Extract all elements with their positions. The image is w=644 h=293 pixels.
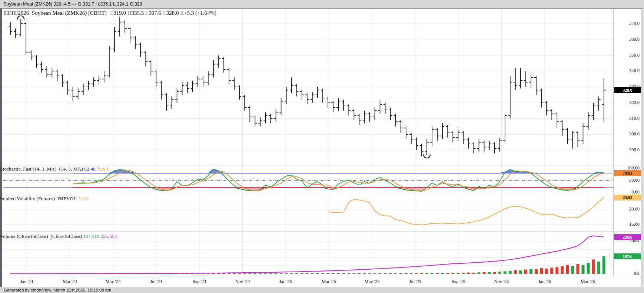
- stochastic-d-value: 79.93: [97, 166, 108, 172]
- price-axis-label: 350.0: [629, 53, 640, 58]
- open-value: 319.0: [113, 10, 126, 16]
- close-key: C: [163, 10, 166, 16]
- x-axis-label: Nov '24: [235, 279, 250, 284]
- delta-icon: Δ: [180, 10, 184, 16]
- volume-axis-label: 0K: [634, 271, 640, 276]
- high-value: 335.5: [132, 10, 144, 16]
- x-axis-label: Jul '25: [409, 279, 421, 284]
- x-axis-label: May '25: [365, 279, 380, 284]
- x-axis-label: Jul '24: [150, 279, 162, 284]
- app-window: Soybean Meal (ZMK26) 328 -4.5 — O:331.7 …: [0, 0, 644, 293]
- volume-bar-value: 107,310: [83, 233, 99, 239]
- price-axis-label: 320.0: [629, 100, 640, 105]
- low-value: 307.6: [149, 10, 161, 16]
- iv-value: 23.93: [77, 196, 89, 201]
- window-right-edge[interactable]: [641, 9, 644, 287]
- x-axis-label: Jan '25: [279, 279, 292, 284]
- iv-axis-label: 15.00: [629, 222, 640, 227]
- price-axis-label: 370.0: [629, 21, 640, 26]
- price-axis-label: 310.0: [629, 116, 640, 121]
- iv-study-name: Implied Volatility (Futures): [0, 196, 55, 201]
- generated-by-text: Generated by cmdtyView, March 21st 2026,…: [4, 288, 111, 292]
- volume-params: (CloseToClose): [48, 233, 83, 239]
- iv-pane-label[interactable]: Implied Volatility (Futures) IMPVOL 23.9…: [0, 196, 89, 202]
- bar-date: 03/16/2026: [4, 10, 29, 16]
- volume-line-value: 225,654: [101, 233, 117, 239]
- x-axis-label: Mar '24: [63, 279, 77, 284]
- x-axis-label: Jan '24: [20, 279, 33, 284]
- price-axis-label: 290.0: [629, 147, 640, 153]
- stochastic-study-name: Stochastic, Fast (14, 3, MA): [0, 166, 57, 172]
- iv-value-badge: 23.93: [614, 195, 641, 201]
- x-axis-label: Sep '25: [452, 279, 465, 284]
- stochastic-axis-label: 0.00: [631, 189, 640, 195]
- price-pane-header: 03/16/2026 Soybean Meal (ZMK26) [CBOT] O…: [4, 10, 216, 16]
- x-axis-label: Mar '25: [322, 279, 336, 284]
- x-axis-label: Sep '24: [193, 279, 206, 284]
- volume-pane-label[interactable]: Volume (CloseToClose) (CloseToClose) 107…: [0, 233, 117, 239]
- status-bar: Generated by cmdtyView, March 21st 2026,…: [0, 287, 644, 293]
- last-price-badge: 328.0: [614, 87, 641, 93]
- iv-axis-label: 20.00: [629, 206, 640, 212]
- open-key: O: [109, 10, 113, 16]
- volume-line-badge: 226K: [614, 234, 641, 240]
- stochastic-axis-label: 50.00: [629, 178, 640, 183]
- window-left-edge: [0, 9, 2, 287]
- x-axis-label: Jan '26: [538, 279, 551, 284]
- iv-code: IMPVOL: [55, 196, 77, 201]
- x-axis-label: May '24: [106, 279, 121, 284]
- delta-value: +5.3 (+1.64%): [184, 10, 216, 16]
- close-value: 328.0: [166, 10, 179, 16]
- stochastic-value-badge: 79.93: [614, 170, 641, 176]
- stochastic-params: (14, 3, MA): [57, 166, 84, 172]
- x-axis-label: Nov '25: [494, 279, 509, 284]
- stochastic-pane-label[interactable]: Stochastic, Fast (14, 3, MA) (14, 3, MA)…: [0, 166, 108, 172]
- low-key: L: [145, 10, 149, 16]
- price-axis-label: 300.0: [629, 131, 640, 137]
- high-key: H: [127, 10, 132, 16]
- price-axis-label: 340.0: [629, 68, 640, 74]
- chart-canvas[interactable]: [0, 0, 644, 293]
- volume-study-name: Volume (CloseToClose): [0, 233, 48, 239]
- price-axis-label: 360.0: [629, 37, 640, 42]
- x-axis-label: Mar '26: [581, 279, 595, 284]
- volume-bar-badge: 107K: [614, 253, 641, 259]
- instrument-name: Soybean Meal (ZMK26) [CBOT]: [32, 10, 107, 16]
- stochastic-k-value: 82.48: [84, 166, 95, 172]
